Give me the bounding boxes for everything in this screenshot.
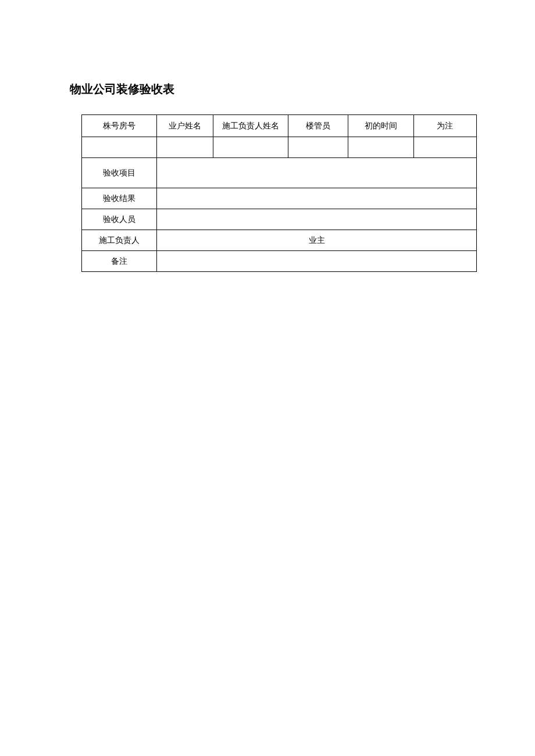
header-note: 为注 [413,115,476,137]
header-initial-time: 初的时间 [348,115,414,137]
value-construction-supervisor: 业主 [157,230,477,251]
value-inspection-project [157,158,477,188]
document-title: 物业公司装修验收表 [70,81,465,97]
row-inspection-staff: 验收人员 [82,209,477,230]
value-inspection-result [157,188,477,209]
value-owner-name [157,137,213,158]
value-building-room [82,137,157,158]
label-inspection-result: 验收结果 [82,188,157,209]
table-data-row [82,137,477,158]
owner-label: 业主 [309,235,325,246]
row-remark: 备注 [82,251,477,272]
label-inspection-staff: 验收人员 [82,209,157,230]
row-inspection-result: 验收结果 [82,188,477,209]
value-inspection-staff [157,209,477,230]
table-header-row: 株号房号 业户姓名 施工负责人姓名 楼管员 初的时间 为注 [82,115,477,137]
row-construction-supervisor: 施工负责人 业主 [82,230,477,251]
row-inspection-project: 验收项目 [82,158,477,188]
value-construction-manager [213,137,288,158]
value-property-manager [288,137,348,158]
label-inspection-project: 验收项目 [82,158,157,188]
value-initial-time [348,137,414,158]
label-construction-supervisor: 施工负责人 [82,230,157,251]
header-owner-name: 业户姓名 [157,115,213,137]
header-property-manager: 楼管员 [288,115,348,137]
value-note [413,137,476,158]
label-remark: 备注 [82,251,157,272]
header-construction-manager: 施工负责人姓名 [213,115,288,137]
inspection-table: 株号房号 业户姓名 施工负责人姓名 楼管员 初的时间 为注 验收项目 验收结果 … [81,114,477,272]
header-building-room: 株号房号 [82,115,157,137]
value-remark [157,251,477,272]
